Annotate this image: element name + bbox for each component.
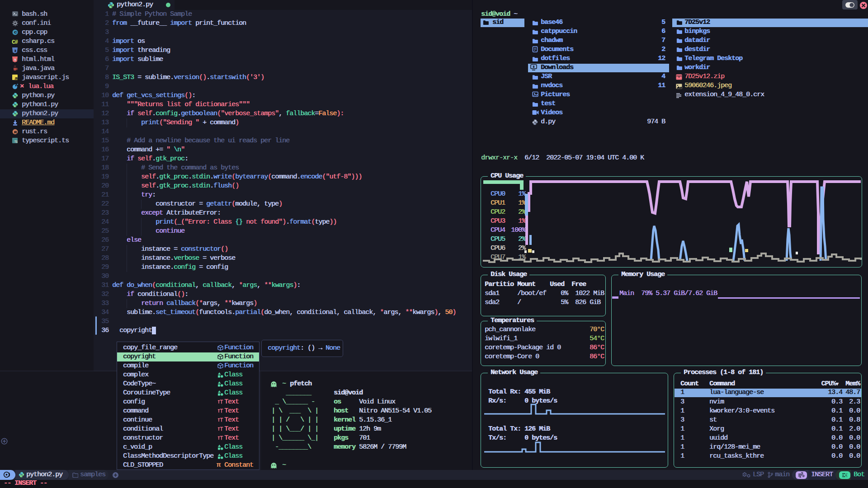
svg-text:JS: JS: [14, 77, 18, 80]
svg-text:TS: TS: [14, 140, 18, 143]
